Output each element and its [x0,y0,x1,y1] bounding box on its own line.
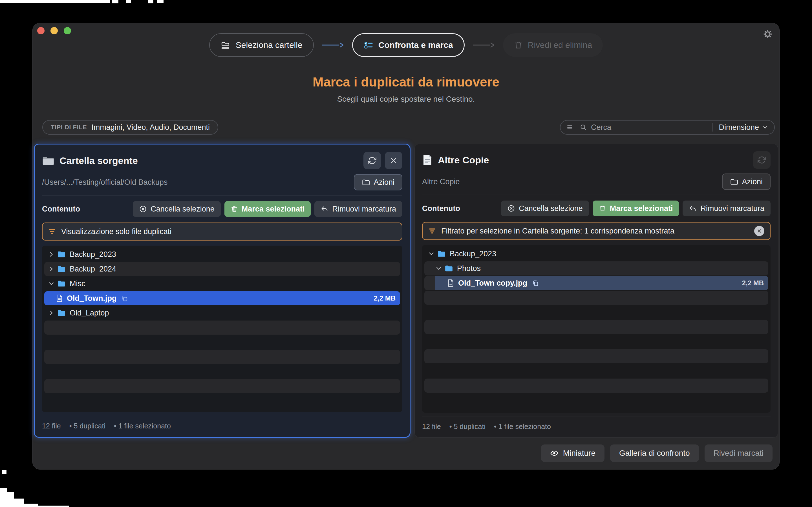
content-toolbar: Contenuto Cancella selezione [422,201,770,216]
app-window: Seleziona cartelle Confronta e marca [33,23,779,469]
refresh-button[interactable] [753,151,770,169]
step-review-delete[interactable]: Rivedi ed elimina [503,33,603,57]
clear-selection-button[interactable]: Cancella selezione [133,201,221,217]
step-label: Rivedi ed elimina [528,40,592,50]
filter-banner: Visualizzazione solo file duplicati [42,223,402,240]
step-label: Seleziona cartelle [236,40,303,50]
actions-label: Azioni [373,178,395,187]
remove-mark-button[interactable]: Rimuovi marcatura [314,201,402,217]
button-label: Rimuovi marcatura [332,205,396,214]
chevron-down-icon [762,124,768,130]
button-label: Galleria di confronto [619,449,690,458]
sort-dropdown[interactable]: Dimensione [719,123,768,132]
screen-artifact [148,0,153,3]
search-icon [580,124,587,131]
mark-selected-button[interactable]: Marca selezionati [593,201,679,216]
actions-button[interactable]: Azioni [354,174,402,190]
circle-x-icon [507,205,515,212]
close-icon [757,228,762,233]
trash-icon [514,41,523,50]
comparison-gallery-button[interactable]: Galleria di confronto [610,445,699,462]
file-size: 2,2 MB [374,294,396,302]
close-panel-button[interactable] [385,152,402,169]
document-emoji-icon [422,154,433,166]
stat-duplicates: • 5 duplicati [449,422,486,431]
button-label: Cancella selezione [519,204,583,213]
desktop: Seleziona cartelle Confronta e marca [0,0,812,507]
remove-mark-button[interactable]: Rimuovi marcatura [682,201,770,216]
thumbnails-button[interactable]: Miniature [541,445,605,462]
close-icon [390,157,398,165]
filter-icon [48,228,56,235]
tree-row-folder[interactable]: Backup_2023 [44,247,400,262]
screen-artifact [0,488,7,507]
tree-row-file-selected[interactable]: Old_Town.jpg 2,2 MB [44,291,400,305]
file-icon [447,279,454,287]
clear-selection-button[interactable]: Cancella selezione [501,201,589,216]
filter-icon [428,227,436,235]
file-tree: Backup_2023 Photos O [422,245,770,413]
tree-row-empty [424,379,768,393]
page-subtitle: Scegli quali copie spostare nel Cestino. [33,95,779,104]
actions-button[interactable]: Azioni [722,173,770,190]
review-marked-button[interactable]: Rivedi marcati [705,445,772,462]
panel-stats: 12 file • 5 duplicati • 1 file seleziona… [422,416,770,431]
eye-icon [550,449,559,457]
stat-files: 12 file [42,422,61,430]
screen-artifact [2,470,6,474]
path-row: /Users/.../Testing/official/Old Backups … [42,174,402,191]
clear-filter-button[interactable] [754,226,764,236]
tree-row-empty [424,320,768,334]
tree-row-folder[interactable]: Backup_2024 [44,262,400,276]
screen-artifact [126,0,131,3]
folder-icon [57,251,66,258]
stat-duplicates: • 5 duplicati [69,422,105,430]
content-toolbar: Contenuto Cancella selezione [42,201,402,217]
folder-name: Photos [457,264,481,273]
screen-artifact [7,492,14,507]
screen-artifact [14,499,24,507]
divider [42,195,402,195]
other-copies-panel[interactable]: Altre Copie Altre Copie [414,144,778,438]
step-compare-mark[interactable]: Confronta e marca [352,33,465,57]
tree-row-empty [44,364,400,379]
tree-row-empty [424,291,768,305]
circle-x-icon [139,205,147,213]
file-types-filter[interactable]: TIPI DI FILE Immagini, Video, Audio, Doc… [42,120,218,135]
step-select-folders[interactable]: Seleziona cartelle [209,33,314,57]
page-title: Marca i duplicati da rimuovere [33,74,779,90]
folders-icon [220,40,231,50]
tree-row-folder[interactable]: Photos [424,262,768,276]
source-folder-panel[interactable]: Cartella sorgente [34,144,410,438]
refresh-button[interactable] [363,152,381,169]
folder-emoji-icon [42,155,54,166]
panel-title: Altre Copie [438,155,489,166]
folder-name: Misc [70,279,86,288]
tree-row-folder[interactable]: Backup_2023 [424,247,768,261]
folder-name: Backup_2024 [70,265,116,274]
content-label: Contenuto [42,205,80,214]
panel-header: Cartella sorgente [42,151,402,170]
search-bar: Dimensione [560,120,775,135]
panel-title: Cartella sorgente [59,155,138,166]
content-label: Contenuto [422,204,460,213]
folder-path: /Users/.../Testing/official/Old Backups [42,178,167,187]
tree-row-file-highlighted[interactable]: Old_Town copy.jpg 2,2 MB [424,276,768,290]
folder-icon [437,250,446,258]
arrow-right-icon [321,41,345,49]
divider [712,123,713,131]
search-input[interactable] [591,123,707,132]
tree-row-folder[interactable]: Misc [44,277,400,291]
button-label: Miniature [563,449,596,458]
tree-row-folder[interactable]: Old_Laptop [44,306,400,320]
tree-row-empty [44,321,400,335]
screen-artifact [157,0,163,3]
tree-row-empty [44,350,400,364]
folder-name: Backup_2023 [450,249,496,258]
trash-icon [599,205,606,212]
mark-selected-button[interactable]: Marca selezionati [224,201,311,217]
stat-files: 12 file [422,422,441,431]
chevron-down-icon [436,265,442,272]
chevron-down-icon [44,281,54,287]
file-name: Old_Town.jpg [67,294,116,303]
